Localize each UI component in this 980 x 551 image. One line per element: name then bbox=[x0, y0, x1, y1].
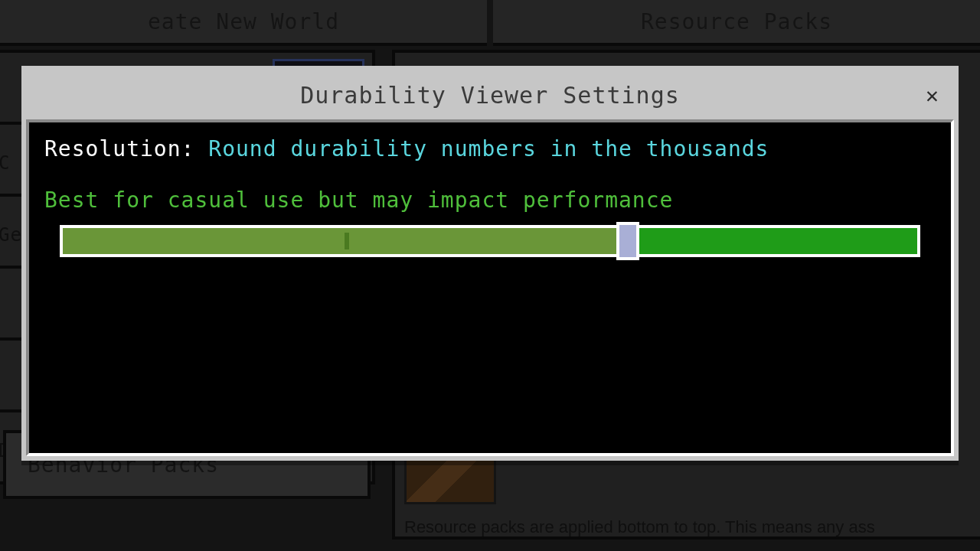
slider-tick bbox=[345, 233, 349, 249]
resolution-slider[interactable] bbox=[44, 225, 936, 257]
resolution-label: Resolution: bbox=[44, 136, 194, 161]
close-icon: ✕ bbox=[926, 83, 939, 108]
slider-track-left bbox=[63, 228, 627, 254]
modal-titlebar: Durability Viewer Settings ✕ bbox=[26, 70, 954, 119]
modal-title: Durability Viewer Settings bbox=[300, 82, 680, 109]
resolution-row: Resolution: Round durability numbers in … bbox=[44, 136, 936, 161]
settings-modal: Durability Viewer Settings ✕ Resolution:… bbox=[21, 66, 959, 461]
resolution-description: Best for casual use but may impact perfo… bbox=[44, 187, 936, 213]
modal-body: Resolution: Round durability numbers in … bbox=[26, 119, 954, 456]
resolution-value: Round durability numbers in the thousand… bbox=[208, 136, 769, 161]
slider-track-right bbox=[627, 228, 917, 254]
slider-handle[interactable] bbox=[616, 222, 639, 260]
close-button[interactable]: ✕ bbox=[919, 81, 946, 109]
slider-track bbox=[60, 225, 920, 257]
